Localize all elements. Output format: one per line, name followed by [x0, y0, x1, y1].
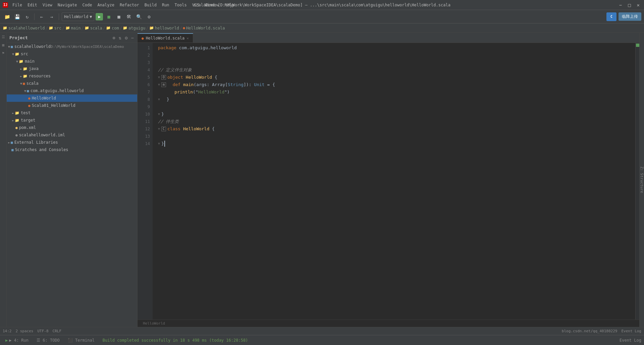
tree-item-external-libraries[interactable]: ► ■ External Libraries — [7, 139, 137, 146]
line-num-1: 1 — [138, 44, 150, 52]
status-encoding: UTF-8 — [37, 329, 48, 333]
bc-atguigu[interactable]: 📁 atguigu — [123, 26, 146, 30]
tree-item-iml[interactable]: ● scalahelloworld.iml — [7, 131, 137, 139]
code-line-2 — [158, 52, 635, 59]
run-config-dropdown[interactable]: HelloWorld ▼ — [62, 12, 94, 21]
debug-button[interactable]: ■ — [104, 12, 113, 21]
project-close-button[interactable]: − — [130, 34, 135, 41]
minimize-button[interactable]: − — [618, 2, 624, 8]
folder-icon-main: 📁 — [65, 26, 70, 30]
run-tab-run[interactable]: ▶ ▶ 4: Run — [3, 337, 31, 344]
event-log-bottom[interactable]: Event Log — [620, 338, 641, 343]
back-button[interactable]: ← — [37, 12, 46, 21]
menu-file[interactable]: File — [10, 2, 24, 8]
tree-item-scratches[interactable]: ■ Scratches and Consoles — [7, 146, 137, 153]
menu-run[interactable]: Run — [160, 2, 172, 8]
project-icon[interactable]: ☰ — [1, 34, 6, 40]
obj-name: HelloWorld — [186, 74, 212, 81]
folder-icon-scala: 📁 — [85, 26, 89, 30]
menu-refactor[interactable]: Refactor — [117, 2, 142, 8]
window-controls: − □ ✕ — [618, 2, 641, 8]
menu-view[interactable]: View — [40, 2, 55, 8]
file-path-label: HelloWorld — [143, 321, 165, 326]
menu-build[interactable]: Build — [142, 2, 159, 8]
z-structure-panel[interactable]: Z: Structure — [639, 33, 644, 327]
build-button[interactable]: 🛠 — [124, 12, 133, 21]
blog-link[interactable]: blog.csdn.net/qq_40180229 — [562, 329, 618, 333]
arrow-icon-java: ► — [20, 67, 22, 71]
code-container[interactable]: 1 2 3 4 5 6 7 8 9 10 11 12 13 14 package… — [138, 43, 639, 320]
bc-src[interactable]: 📁 src — [49, 26, 62, 30]
line-num-13: 13 — [138, 133, 150, 140]
menu-edit[interactable]: Edit — [25, 2, 40, 8]
close-button[interactable]: ✕ — [635, 2, 641, 8]
project-sort-button[interactable]: ⇅ — [118, 34, 122, 41]
code-line-6: ▼ m def main ( args : Array[ String ]): … — [158, 81, 635, 88]
fold-btn-5[interactable]: ▼ — [158, 75, 160, 80]
csdn-icon-button[interactable]: C — [606, 12, 616, 21]
stop-button[interactable]: ■ — [114, 12, 123, 21]
terminal-tab-label: ⬛ Terminal — [68, 338, 95, 343]
menu-analyze[interactable]: Analyze — [95, 2, 117, 8]
menu-tools[interactable]: Tools — [172, 2, 189, 8]
project-scope-button[interactable]: ⊕ — [112, 34, 116, 41]
gutter-ok-indicator — [636, 44, 639, 47]
code-editor[interactable]: package com.atguigu.helloworld // 定义伴生对象… — [153, 43, 635, 320]
tree-label-java: java — [29, 66, 39, 71]
tree-item-java[interactable]: ► 📁 java — [7, 65, 137, 72]
tree-item-main[interactable]: ▼ 📁 main — [7, 58, 137, 65]
upload-button[interactable]: 临阵上传 — [619, 12, 641, 21]
str-helloworld: HelloWorld — [198, 89, 224, 96]
keyword-package: package — [158, 45, 176, 52]
bc-sep-2: / — [62, 26, 64, 30]
run-tab-todo[interactable]: ☰ 6: TODO — [34, 337, 62, 344]
search-button[interactable]: 🔍 — [135, 12, 143, 21]
editor-area: ● HelloWorld.scala ✕ 1 2 3 4 5 6 7 8 9 1… — [138, 33, 639, 327]
tree-item-scala01[interactable]: ● Scala01_HelloWorld — [7, 102, 137, 109]
tree-item-helloworld[interactable]: ● HelloWorld — [7, 94, 137, 102]
arrow-icon-scala: ▼ — [20, 82, 22, 85]
tree-item-resources[interactable]: ► 📁 resources — [7, 72, 137, 80]
sync-button[interactable]: ↻ — [23, 12, 32, 21]
bc-scalahelloworld[interactable]: 📁 scalahelloworld — [3, 26, 45, 30]
tree-item-scalahelloworld[interactable]: ▼ ■ scalahelloworld D:\MyWork\WorkSpaceI… — [7, 43, 137, 50]
tree-item-package[interactable]: ▼ ■ com.atguigu.helloworld — [7, 87, 137, 94]
comment-companion-class: // 伴生类 — [158, 118, 179, 125]
bookmark-icon[interactable]: ⚑ — [1, 50, 6, 56]
project-settings-button[interactable]: ⚙ — [124, 34, 128, 41]
tree-item-test[interactable]: ► 📁 test — [7, 109, 137, 117]
maximize-button[interactable]: □ — [626, 2, 632, 8]
fold-btn-12[interactable]: ▼ — [158, 126, 160, 132]
bc-scala[interactable]: 📁 scala — [85, 26, 102, 30]
menu-navigate[interactable]: Navigate — [55, 2, 79, 8]
tree-item-pom[interactable]: ● pom.xml — [7, 124, 137, 131]
fold-btn-10[interactable]: ▼ — [158, 112, 160, 117]
tree-item-target[interactable]: ► 📁 target — [7, 117, 137, 124]
run-button[interactable]: ▶ — [96, 13, 103, 20]
structure-icon[interactable]: ▦ — [1, 42, 6, 48]
type-string: String — [228, 81, 244, 88]
fold-btn-14[interactable]: ▼ — [158, 141, 160, 146]
xml-icon: ● — [15, 126, 18, 130]
event-log-button[interactable]: Event Log — [621, 329, 641, 333]
menu-code[interactable]: Code — [80, 2, 95, 8]
forward-button[interactable]: → — [47, 12, 56, 21]
bc-helloworld-file[interactable]: ● HelloWorld.scala — [183, 26, 225, 30]
tree-label-resources: resources — [29, 74, 51, 78]
bc-com[interactable]: 📁 com — [106, 26, 119, 30]
fold-btn-8[interactable]: ▼ — [158, 97, 160, 102]
open-project-button[interactable]: 📁 — [3, 12, 11, 21]
save-button[interactable]: 💾 — [13, 12, 21, 21]
status-spaces: 2 spaces — [16, 329, 34, 333]
editor-tab-helloworld[interactable]: ● HelloWorld.scala ✕ — [138, 33, 193, 43]
fold-btn-6[interactable]: ▼ — [158, 82, 160, 87]
tree-item-scala[interactable]: ▼ ■ scala — [7, 80, 137, 87]
bc-helloworld-pkg[interactable]: 📁 helloworld — [149, 26, 179, 30]
tab-close-button[interactable]: ✕ — [186, 36, 189, 41]
indent-2b: } — [161, 96, 169, 103]
line-num-4: 4 — [138, 66, 150, 74]
run-tab-terminal[interactable]: ⬛ Terminal — [65, 337, 97, 344]
tree-item-src[interactable]: ▼ 📁 src — [7, 50, 137, 58]
bc-main[interactable]: 📁 main — [65, 26, 81, 30]
more-tools-button[interactable]: ⚙ — [145, 12, 153, 21]
